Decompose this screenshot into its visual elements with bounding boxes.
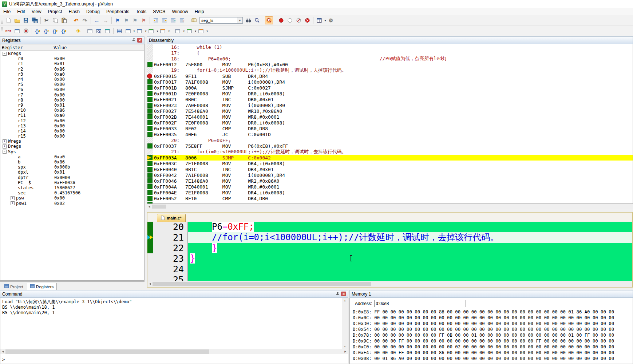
chevron-down-icon[interactable]: ▼ (156, 30, 159, 32)
disasm-row[interactable]: 0xFF0033 BF02 CMP DR0,DR8 (147, 126, 633, 131)
disasm-row[interactable]: 0xFF002B 7E440001 MOV WR8,#0x0001 (147, 114, 633, 120)
toolbox-button[interactable] (197, 27, 205, 35)
search-text-combo-value[interactable]: seg_ls (199, 17, 237, 24)
register-row[interactable]: r20x86 (0, 67, 144, 72)
find-in-files-button[interactable] (244, 16, 252, 24)
memory-row[interactable]: D:0x08: 00 01 86 A0 00 00 00 00 00 00 00… (350, 356, 633, 362)
configure-target-button[interactable]: ⚙ (327, 16, 335, 24)
memory-view[interactable]: D:0xE8: FF 00 00 00 00 00 00 00 86 00 00… (350, 309, 633, 362)
register-row[interactable]: r30xa0 (0, 72, 144, 77)
register-row[interactable]: −Sys (0, 149, 144, 154)
serial-window-button[interactable] (147, 27, 155, 35)
scroll-left-icon[interactable]: ◀ (1, 349, 5, 353)
close-icon[interactable]: ✕ (341, 292, 346, 296)
step-out-button[interactable]: {} (51, 27, 59, 35)
pin-icon[interactable] (335, 292, 340, 296)
memory-row[interactable]: D:0x78: 00 00 00 00 00 00 00 00 FF 0B 00… (350, 333, 633, 339)
chevron-down-icon[interactable]: ▼ (145, 30, 147, 32)
find-next-button[interactable] (265, 16, 273, 24)
new-file-button[interactable] (4, 16, 12, 24)
editor-hscrollbar[interactable]: ◀ (147, 281, 632, 287)
editor-line[interactable]: 25 (147, 274, 632, 281)
disasm-row[interactable]: 0xFF0017 7A1F0008 MOV i(0x0008),DR4 (147, 79, 633, 85)
outdent-button[interactable] (161, 16, 169, 24)
disasm-row[interactable]: 21: for(i=0;i<100000UL;i++);//计数延时，调试时，去… (147, 149, 633, 155)
command-hscrollbar[interactable]: ◀ ▶ (0, 349, 348, 354)
register-row[interactable]: r60x00 (0, 87, 144, 92)
register-row[interactable]: dpxl0x01 (0, 170, 144, 175)
kill-all-breakpoints-button[interactable] (303, 16, 311, 24)
disasm-row[interactable]: 0xFF004A 7E040001 MOV WR0,#0x0001 (147, 184, 633, 190)
register-row[interactable]: r00x00 (0, 56, 144, 61)
source-mode-button[interactable] (86, 27, 94, 35)
disasm-row[interactable]: 0xFF003C 7E1F0008 MOV DR4,i(0x0008) (147, 161, 633, 166)
disasm-row[interactable]: 0xFF003A 8006 SJMP C:0x0042 (147, 155, 633, 161)
undo-button[interactable]: ↶ (72, 16, 80, 24)
disasm-row[interactable]: 20: P6=0xFF; (147, 137, 633, 143)
editor-line[interactable]: 21//for(i=0;i<100000UL;i++);//计数延时，调试时，去… (147, 232, 632, 243)
disasm-row[interactable]: 0xFF0037 75E8FF MOV P6(0xE8),#0xFF (147, 143, 633, 149)
register-row[interactable]: a0xa0 (0, 154, 144, 159)
register-row[interactable]: +psw10x02 (0, 201, 144, 206)
register-row[interactable]: r120x00 (0, 118, 144, 123)
command-output[interactable]: Load "U:\\何宾\\第八集\\example_3_1\\Objects\… (0, 298, 342, 349)
editor-line[interactable]: 20P6=0xFF; (147, 222, 632, 232)
redo-button[interactable]: ↷ (81, 16, 89, 24)
disasm-row[interactable]: 0xFF0021 0B0C INC DR0,#0x01 (147, 96, 633, 102)
disassembly-view[interactable]: 16: while (1) 17: { 18: P6=0x00;//P6赋值为低… (147, 44, 633, 204)
chevron-down-icon[interactable]: ▼ (194, 30, 197, 32)
memory-row[interactable]: D:0x0C: 00 00 00 00 00 00 00 00 00 00 00… (350, 315, 633, 321)
bookmark-clear-button[interactable]: ⚑ (140, 16, 148, 24)
chevron-down-icon[interactable]: ▼ (206, 30, 209, 32)
address-input[interactable] (374, 300, 466, 307)
expand-icon[interactable]: + (3, 139, 7, 143)
chevron-down-icon[interactable]: ▼ (183, 30, 185, 32)
register-row[interactable]: r90x01 (0, 103, 144, 108)
register-row[interactable]: r10x01 (0, 61, 144, 66)
register-row[interactable]: r80x00 (0, 98, 144, 103)
save-button[interactable] (22, 16, 30, 24)
registers-window-button[interactable] (13, 27, 21, 35)
disasm-row[interactable]: 0xFF0046 7E1486A0 MOV WR2,#0x86A0 (147, 178, 633, 184)
disasm-row[interactable]: 0xFF001D 7E0F0008 MOV DR0,i(0x0008) (147, 91, 633, 96)
disasm-row[interactable]: 17: { (147, 50, 633, 56)
toolbar-grip[interactable] (1, 17, 3, 24)
collapse-icon[interactable]: − (3, 150, 7, 154)
register-row[interactable]: states15808627 (0, 185, 144, 190)
disasm-row[interactable]: 0xFF0023 7A0F0008 MOV i(0x0008),DR0 (147, 102, 633, 108)
disasm-row[interactable]: 16: while (1) (147, 44, 633, 50)
register-row[interactable]: spx0x000b (0, 165, 144, 170)
disasm-row[interactable]: 0xFF0012 75E800 MOV P6(0xE8),#0x00 (147, 62, 633, 67)
register-row[interactable]: sec0.45167506 (0, 190, 144, 195)
quick-find-button[interactable] (95, 27, 103, 35)
analysis-window-button[interactable] (159, 27, 167, 35)
menu-item-window[interactable]: Window (169, 8, 191, 15)
step-into-button[interactable]: {} (34, 27, 42, 35)
uncomment-button[interactable]: // (178, 16, 186, 24)
menu-item-file[interactable]: File (0, 8, 14, 15)
scroll-up-icon[interactable]: ▲ (343, 298, 347, 302)
register-row[interactable]: PC $0xFF003A (0, 180, 144, 185)
tab-main-c[interactable]: main.c* (157, 214, 186, 222)
chevron-down-icon[interactable]: ▼ (168, 30, 170, 32)
run-to-cursor-button[interactable]: {} (60, 27, 68, 35)
menu-item-peripherals[interactable]: Peripherals (103, 8, 132, 15)
watch-window-button[interactable] (124, 27, 132, 35)
bookmark-toggle-button[interactable]: ⚑ (114, 16, 122, 24)
editor-line[interactable]: 24 (147, 264, 632, 274)
command-vscrollbar[interactable]: ▲ ▼ (342, 298, 348, 349)
pin-icon[interactable] (131, 38, 136, 43)
trace-window-button[interactable] (174, 27, 182, 35)
disasm-row[interactable]: 0xFF0015 9F11 SUB DR4,DR4 (147, 73, 633, 79)
function-browse-button[interactable] (190, 16, 198, 24)
bookmark-next-button[interactable]: ⚑ (131, 16, 139, 24)
close-icon[interactable]: ✕ (137, 38, 142, 43)
nav-forward-button[interactable]: → (102, 16, 110, 24)
nav-back-button[interactable]: ← (93, 16, 101, 24)
run-button[interactable] (74, 27, 82, 35)
code-line[interactable]: } (187, 253, 632, 264)
disasm-row[interactable] (147, 201, 633, 204)
collapse-icon[interactable]: − (3, 52, 7, 56)
system-viewer-button[interactable] (186, 27, 194, 35)
chevron-down-icon[interactable]: ▼ (237, 17, 243, 24)
